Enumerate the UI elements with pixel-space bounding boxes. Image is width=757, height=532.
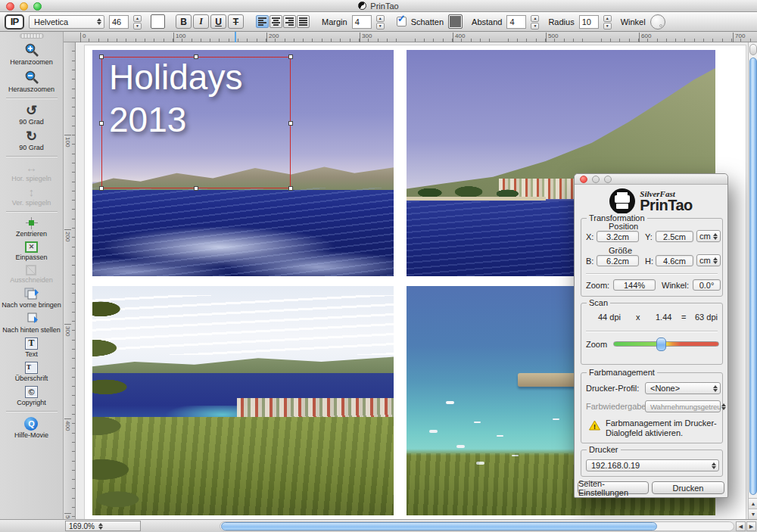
margin-stepper[interactable]: ▲ ▼ xyxy=(376,15,385,29)
rendering-intent-value: Wahrnehmungsgetreu xyxy=(650,403,721,411)
sidebar-item-herauszoomen[interactable]: Herauszoomen xyxy=(8,70,55,93)
tool-label: Hilfe-Movie xyxy=(14,431,48,439)
vertical-scrollbar[interactable]: ▲ ▼ xyxy=(748,42,757,519)
rendering-intent-popup[interactable]: Wahrnehmungsgetreu xyxy=(645,400,721,412)
h-label: H: xyxy=(645,257,653,266)
text-color-swatch[interactable] xyxy=(151,14,165,29)
page-setup-button[interactable]: Seiten-Einstellungen xyxy=(578,481,649,494)
stepper-down-icon[interactable]: ▼ xyxy=(133,23,142,30)
stepper-up-icon[interactable]: ▲ xyxy=(531,15,539,22)
selection-box[interactable] xyxy=(101,57,291,188)
title-bar[interactable]: PrinTao xyxy=(0,0,757,12)
stepper-down-icon[interactable]: ▼ xyxy=(531,23,539,30)
selection-handle[interactable] xyxy=(194,186,198,191)
horizontal-scrollbar-thumb[interactable] xyxy=(221,522,657,530)
sidebar-item-copyright[interactable]: © Copyright xyxy=(17,386,46,406)
y-field[interactable]: 2.5cm xyxy=(656,231,693,242)
printao-palette[interactable]: SilverFast PrinTao Transformation Positi… xyxy=(574,173,728,498)
sidebar-item-hilfe-movie[interactable]: Q Hilfe-Movie xyxy=(14,417,48,439)
schatten-checkbox[interactable]: ✓ xyxy=(397,17,407,26)
unit-popup[interactable]: cm xyxy=(696,254,721,266)
zoom-level-control[interactable]: 169.0% xyxy=(65,521,141,531)
scan-zoom-slider[interactable] xyxy=(613,341,719,347)
angle-field[interactable]: 0.0° xyxy=(693,279,721,291)
stepper-down-icon[interactable]: ▼ xyxy=(603,23,612,30)
palette-window-controls xyxy=(580,176,612,183)
print-button[interactable]: Drucken xyxy=(652,481,724,494)
sidebar-item-text[interactable]: T Text xyxy=(25,338,38,358)
photo-sea-mountains[interactable]: Holidays2013 xyxy=(92,50,394,276)
scroll-left-arrow[interactable]: ◀ xyxy=(736,521,746,531)
scan-times: x xyxy=(636,313,640,322)
horizontal-scrollbar[interactable] xyxy=(220,521,734,531)
tool-label: Copyright xyxy=(17,399,46,406)
sidebar-item-90grad-ccw[interactable]: ↺ 90 Grad xyxy=(19,104,44,126)
ip-logo-button[interactable]: IP xyxy=(5,14,24,30)
sidebar-item-ueberschrift[interactable]: T Überschrift xyxy=(15,362,48,382)
sidebar-item-heranzoomen[interactable]: Heranzoomen xyxy=(10,42,53,66)
radius-field[interactable]: 10 xyxy=(579,15,599,29)
vertical-scrollbar-thumb[interactable] xyxy=(749,58,757,495)
printer-popup[interactable]: 192.168.0.19 xyxy=(586,459,719,471)
selection-handle[interactable] xyxy=(288,121,293,126)
ruler-label: 0 xyxy=(80,33,86,42)
ruler-label: 400 xyxy=(453,33,465,42)
abstand-stepper[interactable]: ▲ ▼ xyxy=(531,15,539,29)
selection-handle[interactable] xyxy=(194,54,198,59)
tool-label: Einpassen xyxy=(15,254,47,261)
font-size-stepper[interactable]: ▲ ▼ xyxy=(133,15,142,29)
sidebar-grip[interactable] xyxy=(20,33,44,39)
zoom-window-button[interactable] xyxy=(33,2,42,11)
updown-arrows-icon xyxy=(97,18,101,25)
abstand-field[interactable]: 4 xyxy=(506,15,526,29)
crop-icon xyxy=(26,265,36,275)
scrollbar-jog[interactable] xyxy=(749,44,757,55)
schatten-label: Schatten xyxy=(411,17,444,26)
bring-to-front-icon xyxy=(24,288,39,300)
close-button[interactable] xyxy=(6,2,14,11)
minimize-button[interactable] xyxy=(20,2,28,11)
sidebar-item-einpassen[interactable]: ✕ Einpassen xyxy=(15,241,47,261)
underline-button[interactable]: U xyxy=(210,14,226,29)
x-field[interactable]: 3.2cm xyxy=(597,231,639,242)
selection-handle[interactable] xyxy=(99,54,104,59)
palette-title-bar[interactable] xyxy=(575,174,727,185)
photo-shape xyxy=(92,199,394,276)
scroll-right-arrow[interactable]: ▶ xyxy=(746,521,756,531)
unit-popup[interactable]: cm xyxy=(696,230,721,242)
stepper-down-icon[interactable]: ▼ xyxy=(376,23,385,30)
scroll-down-arrow[interactable]: ▼ xyxy=(749,509,757,519)
scroll-up-arrow[interactable]: ▲ xyxy=(749,498,757,509)
align-justify-button[interactable] xyxy=(297,15,310,28)
sidebar-item-nach-hinten[interactable]: Nach hinten stellen xyxy=(2,313,61,334)
selection-handle[interactable] xyxy=(99,186,104,191)
font-size-field[interactable]: 46 xyxy=(109,15,129,29)
selection-handle[interactable] xyxy=(288,54,293,59)
photo-vineyard-bay[interactable] xyxy=(92,286,394,515)
angle-dial[interactable] xyxy=(650,14,665,30)
slider-thumb[interactable] xyxy=(656,338,666,351)
font-family-select[interactable]: Helvetica xyxy=(29,15,104,29)
strikethrough-button[interactable]: T xyxy=(228,14,244,29)
margin-field[interactable]: 4 xyxy=(352,15,372,29)
stepper-up-icon[interactable]: ▲ xyxy=(376,15,385,22)
sidebar-item-90grad-cw[interactable]: ↻ 90 Grad xyxy=(19,129,44,151)
sidebar-item-nach-vorne[interactable]: Nach vorne bringen xyxy=(2,288,61,309)
radius-stepper[interactable]: ▲ ▼ xyxy=(603,15,612,29)
stepper-up-icon[interactable]: ▲ xyxy=(133,15,142,22)
selection-handle[interactable] xyxy=(99,121,104,126)
sidebar-item-zentrieren[interactable]: Zentrieren xyxy=(16,217,47,238)
shadow-color-swatch[interactable] xyxy=(448,14,463,29)
align-right-button[interactable] xyxy=(283,15,296,28)
align-left-button[interactable] xyxy=(256,15,269,28)
align-center-button[interactable] xyxy=(269,15,282,28)
italic-button[interactable]: I xyxy=(193,14,209,29)
zoom-field[interactable]: 144% xyxy=(613,279,656,291)
width-field[interactable]: 6.2cm xyxy=(597,255,639,266)
height-field[interactable]: 4.6cm xyxy=(656,255,693,266)
selection-handle[interactable] xyxy=(288,186,293,191)
bold-button[interactable]: B xyxy=(176,14,192,29)
stepper-up-icon[interactable]: ▲ xyxy=(603,15,612,22)
printer-profile-popup[interactable]: <None> xyxy=(645,382,721,394)
palette-close-button[interactable] xyxy=(580,176,587,183)
